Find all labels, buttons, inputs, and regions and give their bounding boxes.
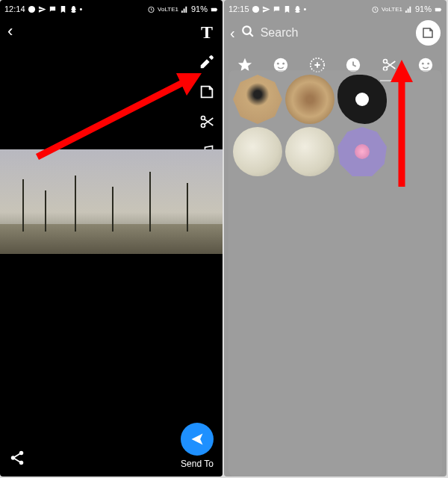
back-chevron[interactable]: ‹ bbox=[230, 25, 235, 42]
sticker-picker-screen: 12:15 • VoLTE1 91% ‹ bbox=[224, 0, 447, 477]
editor-screen: 12:14 • VoLTE1 91% ‹ T bbox=[0, 0, 223, 477]
status-bar: 12:14 • VoLTE1 91% bbox=[0, 0, 223, 18]
svg-rect-15 bbox=[435, 7, 441, 11]
battery-icon bbox=[210, 5, 218, 13]
send-group: Send To bbox=[181, 423, 214, 469]
snapchat-icon bbox=[69, 5, 78, 13]
whatsapp-icon bbox=[28, 5, 36, 13]
sticker-item[interactable] bbox=[337, 127, 387, 176]
alarm-icon bbox=[147, 5, 155, 13]
svg-point-19 bbox=[277, 63, 279, 65]
svg-rect-2 bbox=[211, 7, 217, 11]
chat-icon bbox=[49, 5, 57, 13]
search-input[interactable] bbox=[261, 26, 410, 40]
whatsapp-icon bbox=[252, 5, 260, 13]
sticker-item[interactable] bbox=[233, 75, 282, 124]
send-label: Send To bbox=[181, 459, 214, 469]
sticker-item[interactable] bbox=[337, 75, 387, 124]
status-time: 12:15 bbox=[228, 4, 249, 13]
chat-icon bbox=[273, 5, 281, 13]
search-bar: ‹ bbox=[224, 18, 447, 48]
battery-icon bbox=[434, 5, 442, 13]
snapchat-icon bbox=[293, 5, 302, 13]
photo-preview bbox=[0, 149, 223, 254]
status-bar: 12:15 • VoLTE1 91% bbox=[224, 0, 447, 18]
alarm-icon bbox=[371, 5, 379, 13]
annotation-arrow bbox=[387, 60, 417, 194]
signal-icon bbox=[405, 5, 413, 13]
svg-point-27 bbox=[427, 63, 429, 65]
sticker-item[interactable] bbox=[285, 75, 335, 124]
dot-icon: • bbox=[80, 4, 83, 13]
svg-marker-28 bbox=[391, 60, 413, 82]
svg-point-0 bbox=[28, 5, 34, 12]
svg-point-17 bbox=[243, 26, 251, 34]
bookmark-icon bbox=[59, 5, 67, 13]
sticker-item[interactable] bbox=[285, 127, 335, 176]
bottom-bar: Send To bbox=[0, 423, 223, 469]
back-button[interactable]: ‹ bbox=[7, 22, 13, 41]
network-label: VoLTE1 bbox=[158, 6, 178, 13]
send-icon bbox=[262, 5, 270, 13]
battery-label: 91% bbox=[415, 4, 432, 13]
annotation-arrow bbox=[30, 67, 209, 164]
svg-point-26 bbox=[422, 63, 424, 65]
svg-point-20 bbox=[283, 63, 285, 65]
text-tool[interactable]: T bbox=[197, 22, 217, 42]
status-time: 12:14 bbox=[4, 4, 25, 13]
network-label: VoLTE1 bbox=[382, 6, 402, 13]
create-sticker-button[interactable] bbox=[416, 20, 441, 46]
send-button[interactable] bbox=[181, 423, 214, 456]
bookmark-icon bbox=[283, 5, 291, 13]
dot-icon: • bbox=[304, 4, 307, 13]
editor-topbar: ‹ bbox=[0, 18, 223, 45]
search-icon bbox=[241, 25, 255, 42]
svg-rect-16 bbox=[441, 9, 441, 10]
svg-point-13 bbox=[252, 5, 258, 12]
share-button[interactable] bbox=[9, 450, 25, 469]
send-icon bbox=[38, 5, 46, 13]
svg-rect-3 bbox=[217, 9, 217, 10]
battery-label: 91% bbox=[191, 4, 208, 13]
signal-icon bbox=[181, 5, 189, 13]
sticker-item[interactable] bbox=[233, 127, 282, 176]
